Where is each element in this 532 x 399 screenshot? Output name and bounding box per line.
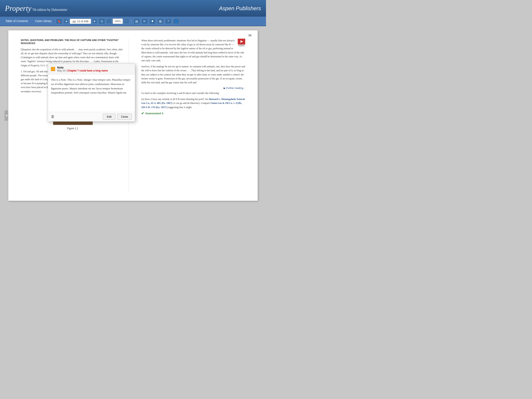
figure-caption: Figure 1.1 — [21, 127, 125, 130]
trash-icon[interactable]: 🗑 — [51, 114, 55, 119]
help-icon: ? — [167, 19, 169, 23]
search-icon-btn[interactable]: ⊙ — [99, 18, 105, 24]
link1-suffix: (A can go and do likewise). Compare — [173, 102, 210, 105]
main-content-area: ◄ 36 NOTES, QUESTIONS, AND PROBLEMS: THE… — [0, 26, 266, 205]
highlight-icon-btn[interactable]: ▨ — [157, 18, 164, 24]
right-para-3: Go back to the examples involving A and … — [141, 91, 245, 95]
play-icon — [239, 40, 244, 43]
left-page-nav[interactable]: ◄ — [5, 110, 8, 121]
link2-suffix: (suggesting that A might — [167, 106, 192, 109]
zoom-in-button[interactable]: + — [124, 19, 129, 24]
help-icon-btn[interactable]: ? — [165, 18, 172, 24]
book-title: Property 7th edition by Dukeminier — [5, 4, 67, 13]
note-header: Note May 10 | Chapter 7 could have a lon… — [48, 64, 135, 74]
highlight-icon: ▨ — [159, 19, 162, 23]
assessment-label: Assessment 1 — [145, 112, 163, 115]
notes-icon-btn[interactable]: ■ — [149, 18, 156, 24]
publisher-name: Aspen Publishers — [219, 5, 261, 12]
page-number: 36 — [248, 34, 252, 37]
app-header: Property 7th edition by Dukeminier Aspen… — [0, 0, 266, 17]
note-subtitle: May 10 | Chapter 7 could have a long nam… — [57, 69, 132, 72]
zoom-out-button[interactable]: – — [106, 19, 111, 24]
note-card: Note May 10 | Chapter 7 could have a lon… — [48, 63, 135, 121]
note-close-button[interactable]: Close — [117, 114, 132, 120]
note-footer: 🗑 Edit Close — [48, 112, 135, 121]
video-icon — [238, 39, 245, 44]
note-edit-button[interactable]: Edit — [103, 114, 115, 120]
bookmark-icon: 🔖 — [57, 19, 61, 23]
note-chapter: Chapter 7 could have a long name — [67, 69, 108, 72]
note-title-area: Note May 10 | Chapter 7 could have a lon… — [57, 66, 132, 72]
right-para-4: (a) Does A have any remedy at all if B s… — [141, 97, 245, 109]
tab-table-of-contents[interactable]: Table of Contents — [2, 18, 31, 24]
prev-page-button[interactable]: ◄ — [63, 19, 69, 24]
edit-icon: ✏ — [143, 19, 146, 23]
title-edition: 7th edition by Dukeminier — [31, 8, 67, 12]
checkmark-icon: ✔ — [141, 111, 144, 115]
note-body-text: This is a Note. This is a Note. Integer … — [48, 74, 135, 112]
search-icon: ⊙ — [101, 19, 103, 23]
note-date: May 10 | — [57, 69, 67, 72]
next-page-button[interactable]: ► — [92, 19, 97, 24]
right-column: VIDEO When these obviously problematic s… — [137, 39, 245, 192]
assessment-link[interactable]: ✔ Assessment 1 — [141, 111, 245, 115]
section-heading: NOTES, QUESTIONS, AND PROBLEMS: THE RULE… — [21, 39, 125, 45]
zoom-level-display: 100% — [113, 19, 123, 24]
video-label: VIDEO — [238, 44, 245, 47]
page-indicator: pg. 12 of 438 — [70, 19, 91, 24]
svg-marker-13 — [241, 40, 243, 43]
note-footer-buttons: Edit Close — [103, 114, 132, 120]
right-para-2: mselves, if the analogy be not too apt t… — [141, 65, 245, 85]
layout-icon: ▤ — [135, 19, 138, 23]
note-icon — [51, 67, 55, 71]
further-reading-link[interactable]: ▶ Further reading... — [141, 87, 245, 89]
video-badge[interactable]: VIDEO — [238, 39, 245, 47]
note-modal: Note May 10 | Chapter 7 could have a lon… — [48, 63, 135, 121]
notes-icon: ■ — [152, 19, 153, 23]
user-icon-btn[interactable]: 👤 — [173, 18, 180, 24]
title-italic: Property — [5, 4, 31, 13]
tab-case-library[interactable]: Case Library — [32, 18, 54, 24]
right-para-4-text: (a) Does A have any remedy at all if B s… — [141, 98, 209, 101]
user-icon: 👤 — [174, 19, 178, 23]
layout-icon-btn[interactable]: ▤ — [133, 18, 140, 24]
note-main-title: Note — [57, 66, 132, 69]
edit-icon-btn[interactable]: ✏ — [141, 18, 148, 24]
right-para-1: When these obviously problematic situati… — [141, 39, 245, 63]
bookmark-icon-btn[interactable]: 🔖 — [56, 18, 62, 24]
toolbar: Table of Contents Case Library 🔖 ◄ pg. 1… — [0, 17, 266, 26]
toolbar-divider-1 — [131, 18, 131, 24]
